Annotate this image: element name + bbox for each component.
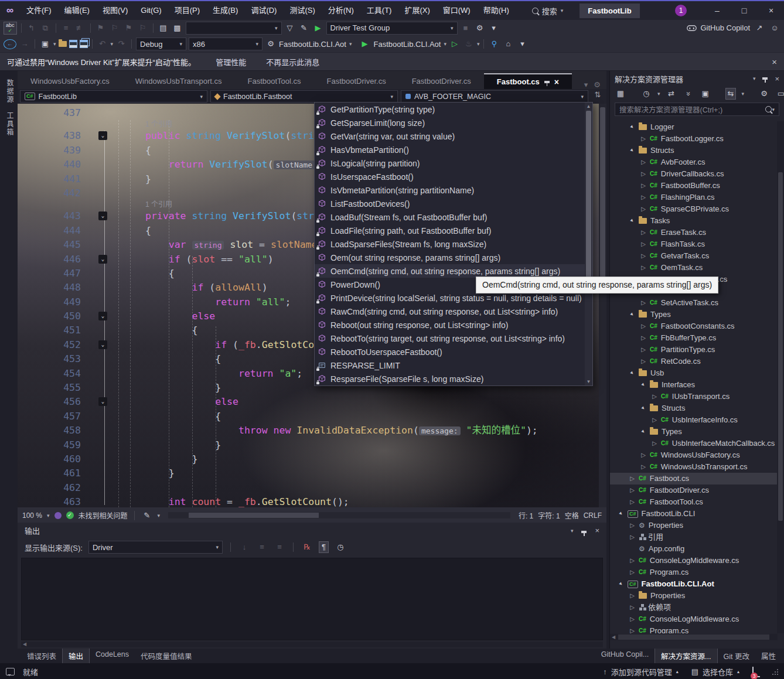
panel-tab[interactable]: CodeLens [90, 649, 135, 664]
navigate-cursor-icon[interactable]: ↰ [26, 22, 38, 34]
expanded-arrow-icon[interactable]: ▼ [637, 378, 649, 391]
clear-bookmarks-icon[interactable]: ⚐ [137, 22, 149, 34]
solution-search-input[interactable]: 搜索解决方案资源管理器(Ctrl+;) ▾ [615, 103, 779, 116]
collapsed-arrow-icon[interactable]: ▷ [629, 555, 635, 567]
scrollbar-thumb[interactable] [586, 111, 591, 278]
expanded-arrow-icon[interactable]: ▼ [637, 425, 649, 438]
save-icon[interactable] [69, 40, 77, 48]
tree-item[interactable]: ▷Properties [610, 590, 778, 602]
completion-item[interactable]: LoadBuf(Stream fs, out FastbootBuffer bu… [315, 210, 592, 224]
tree-item[interactable]: ▷引用 [610, 531, 778, 543]
send-feedback-icon[interactable]: ☺ [769, 22, 780, 34]
infobar-close-icon[interactable]: × [772, 57, 777, 67]
prev-bookmark-icon[interactable]: ⚐ [109, 22, 121, 34]
collapsed-arrow-icon[interactable]: ▷ [640, 320, 646, 332]
type-dropdown[interactable]: FastbootLib.Fastboot ▾ [210, 90, 398, 103]
tab-list-chevron-icon[interactable]: ▾ [584, 80, 588, 89]
zoom-level[interactable]: 100 % [22, 511, 42, 520]
pending-changes-filter-icon[interactable]: ◷ [640, 88, 652, 100]
panel-menu-chevron-icon[interactable]: ▾ [753, 76, 756, 81]
document-tab[interactable]: Fastboot.cs× [484, 73, 572, 89]
document-tab[interactable]: WindowsUsbFactory.cs [18, 73, 122, 89]
window-layout-icon[interactable]: ⌂ [502, 38, 514, 50]
completion-item[interactable]: RebootTo(string target, out string respo… [315, 332, 592, 345]
completion-item[interactable]: RESPARSE_LIMIT [315, 359, 592, 372]
tree-item[interactable]: ▷C#DriverCallbacks.cs [610, 168, 778, 180]
tree-item[interactable]: ▷C#FlashingPlan.cs [610, 192, 778, 203]
sync-icon[interactable]: ⇄ [666, 88, 677, 100]
code-line[interactable]: 462 [18, 481, 599, 495]
open-folder-icon[interactable] [59, 41, 67, 47]
tree-item[interactable]: ▷C#Program.cs [610, 567, 778, 578]
share-icon[interactable]: ↗ [754, 22, 765, 34]
collapse-all-icon[interactable]: » [683, 88, 694, 100]
member-dropdown[interactable]: AVB_FOOTER_MAGIC ▾ [401, 90, 588, 103]
tree-item[interactable]: ▼Usb [610, 367, 778, 379]
add-to-source-control-button[interactable]: ↑ 添加到源代码管理 ▴ [603, 666, 679, 677]
panel-tab[interactable]: 错误列表 [21, 649, 62, 664]
sidebar-tab-toolbox[interactable]: 工具箱 [5, 112, 15, 137]
document-tab[interactable]: FastbootDriver.cs [399, 73, 484, 89]
hot-reload-icon[interactable]: ♨ [463, 38, 475, 50]
tree-item[interactable]: ▷依赖项 [610, 602, 778, 613]
panel-tab[interactable]: GitHub Copil... [595, 649, 655, 664]
collapsed-arrow-icon[interactable]: ▷ [640, 168, 646, 180]
timestamp-icon[interactable]: ◷ [335, 541, 346, 553]
cleanup-chevron-icon[interactable]: ▾ [158, 513, 161, 518]
whitespace-mode[interactable]: 空格 [565, 510, 579, 520]
word-wrap-toggle[interactable]: ¶ [319, 541, 329, 553]
completion-item[interactable]: GetPartitionType(string type) [315, 103, 592, 116]
code-line[interactable]: 463 int count = _fb.GetSlotCount(); [18, 495, 599, 507]
tree-item[interactable]: ▼Structs [610, 402, 778, 414]
completion-item[interactable]: LoadFile(string path, out FastbootBuffer… [315, 224, 592, 237]
editor-vertical-scrollbar[interactable] [599, 104, 606, 507]
health-indicator-icon[interactable] [54, 512, 62, 519]
clear-output-icon[interactable]: ℞ [301, 541, 313, 553]
toggle-bookmark-icon[interactable]: ⚑ [95, 22, 107, 34]
manage-performance-link[interactable]: 管理性能 [216, 56, 246, 67]
collapsed-arrow-icon[interactable]: ▷ [640, 297, 646, 309]
navigate-back-icon[interactable]: ← [4, 39, 16, 49]
find-in-files-icon[interactable]: ⚲ [488, 38, 500, 50]
collapsed-arrow-icon[interactable]: ▷ [640, 180, 646, 192]
show-all-files-icon[interactable]: ▭ [775, 88, 784, 100]
completion-item[interactable]: Oem(out string response, params string[]… [315, 251, 592, 264]
new-project-chevron-icon[interactable]: ▾ [53, 41, 56, 47]
expanded-arrow-icon[interactable]: ▼ [626, 144, 638, 156]
completion-item[interactable]: ListFastbootDevices() [315, 197, 592, 210]
menu-item[interactable]: 视图(V) [96, 1, 134, 20]
tree-item[interactable]: ▼Tasks [610, 215, 778, 227]
start-without-debug-icon[interactable]: ▷ [449, 38, 461, 50]
next-message-icon[interactable]: ≡ [274, 541, 285, 553]
pin-icon[interactable] [544, 81, 550, 83]
menu-item[interactable]: 测试(S) [283, 1, 321, 20]
tree-item[interactable]: ▼Interfaces [610, 379, 778, 391]
scrollbar-thumb[interactable] [600, 107, 605, 283]
caret-line[interactable]: 行: 1 [519, 510, 533, 520]
select-repository-button[interactable]: ▤ 选择仓库 ▴ [691, 666, 739, 677]
menu-item[interactable]: 窗口(W) [437, 1, 477, 20]
panel-tab[interactable]: Git 更改 [718, 649, 755, 664]
sync-chevron-icon[interactable]: ▾ [741, 91, 744, 97]
fold-marker-icon[interactable]: ⌄ [98, 255, 107, 264]
collapsed-arrow-icon[interactable]: ▷ [629, 567, 635, 578]
collapsed-arrow-icon[interactable]: ▷ [640, 238, 646, 250]
save-all-icon[interactable] [80, 40, 88, 48]
codelens-references[interactable]: 1 个引用 [145, 200, 172, 209]
tree-item[interactable]: ▷C#WindowsUsbFactory.cs [610, 449, 778, 461]
collapsed-arrow-icon[interactable]: ▷ [640, 192, 646, 203]
navigate-forward-icon[interactable]: → [19, 38, 30, 50]
collapsed-arrow-icon[interactable]: ▷ [640, 262, 646, 274]
tab-options-gear-icon[interactable]: ⚙ [594, 80, 601, 89]
output-content[interactable] [21, 558, 603, 640]
completion-item[interactable]: GetVar(string var, out string value) [315, 129, 592, 143]
test-settings-icon[interactable]: ⚙ [474, 22, 486, 34]
indent-icon[interactable]: ≡ [60, 22, 72, 34]
next-bookmark-icon[interactable]: ⚑ [123, 22, 135, 34]
collapsed-arrow-icon[interactable]: ▷ [629, 520, 635, 531]
toolbar-overflow-icon[interactable]: ▾ [488, 22, 500, 34]
tree-item[interactable]: ▷C#RetCode.cs [610, 356, 778, 367]
menu-item[interactable]: Git(G) [134, 1, 168, 20]
panel-tab[interactable]: 解决方案资源... [655, 649, 717, 664]
collapsed-arrow-icon[interactable]: ▷ [629, 496, 635, 508]
